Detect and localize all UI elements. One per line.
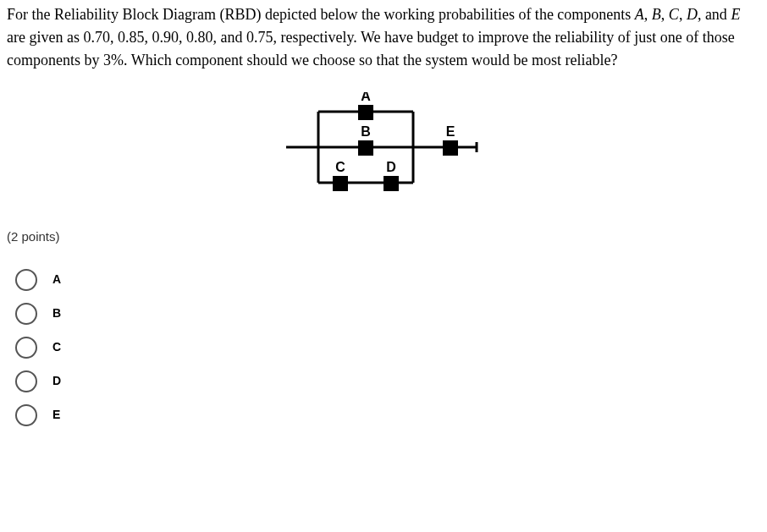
option-label: A: [52, 271, 61, 288]
reliability-block-diagram: A B C D E: [286, 92, 481, 202]
options-list: A B C D E: [7, 269, 760, 426]
radio-icon: [15, 303, 37, 325]
question-post: are given as 0.70, 0.85, 0.90, 0.80, and…: [7, 29, 735, 69]
comp-c: C: [669, 6, 679, 23]
points-label: (2 points): [7, 228, 760, 247]
label-b: B: [361, 124, 371, 139]
sep4: , and: [698, 6, 731, 23]
radio-icon: [15, 370, 37, 392]
option-e[interactable]: E: [15, 404, 760, 426]
question-pre: For the Reliability Block Diagram (RBD) …: [7, 6, 635, 23]
label-c: C: [335, 160, 345, 174]
svg-rect-3: [358, 105, 373, 120]
svg-rect-8: [384, 176, 399, 191]
option-b[interactable]: B: [15, 303, 760, 325]
svg-rect-5: [358, 140, 373, 156]
label-e: E: [446, 124, 455, 139]
svg-rect-11: [443, 140, 458, 156]
option-c[interactable]: C: [15, 337, 760, 359]
comp-e: E: [731, 6, 740, 23]
option-a[interactable]: A: [15, 269, 760, 291]
radio-icon: [15, 337, 37, 359]
comp-a: A: [635, 6, 644, 23]
question-text: For the Reliability Block Diagram (RBD) …: [7, 3, 760, 72]
option-d[interactable]: D: [15, 370, 760, 392]
radio-icon: [15, 269, 37, 291]
comp-b: B: [652, 6, 661, 23]
option-label: C: [52, 338, 61, 356]
label-a: A: [361, 92, 371, 103]
sep2: ,: [661, 6, 669, 23]
comp-d: D: [687, 6, 698, 23]
sep1: ,: [644, 6, 652, 23]
diagram-container: A B C D E: [7, 92, 760, 202]
option-label: D: [52, 372, 61, 390]
option-label: B: [52, 304, 61, 322]
label-d: D: [386, 160, 396, 174]
radio-icon: [15, 404, 37, 426]
option-label: E: [52, 406, 60, 424]
svg-rect-7: [333, 176, 348, 191]
sep3: ,: [679, 6, 687, 23]
